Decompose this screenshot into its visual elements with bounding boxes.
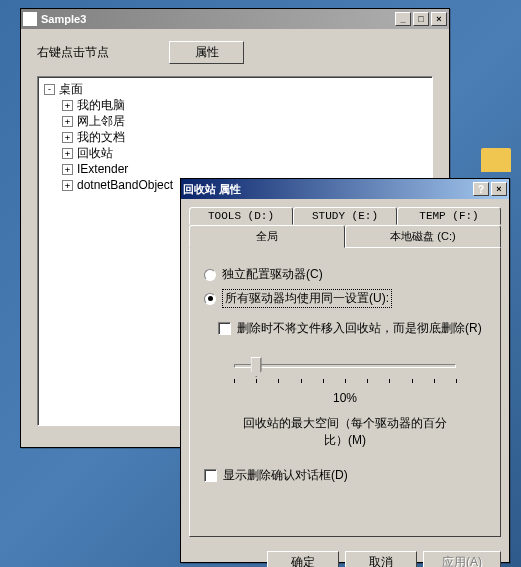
tree-label: 我的电脑 [77, 97, 125, 114]
slider-caption: 回收站的最大空间（每个驱动器的百分比）(M) [234, 415, 456, 449]
check-confirm-delete[interactable]: 显示删除确认对话框(D) [204, 467, 486, 484]
tree-label: IExtender [77, 162, 128, 176]
properties-dialog: 回收站 属性 ? × TOOLS (D:) STUDY (E:) TEMP (F… [180, 178, 510, 563]
expand-icon[interactable]: + [62, 116, 73, 127]
tree-node[interactable]: + 网上邻居 [42, 113, 428, 129]
titlebar[interactable]: 回收站 属性 ? × [181, 179, 509, 199]
expand-icon[interactable]: + [62, 148, 73, 159]
tree-label: 我的文档 [77, 129, 125, 146]
instruction-label: 右键点击节点 [37, 44, 109, 61]
tab-tools-d[interactable]: TOOLS (D:) [189, 207, 293, 225]
properties-button[interactable]: 属性 [169, 41, 244, 64]
slider-ticks [234, 379, 456, 385]
expand-icon[interactable]: + [62, 132, 73, 143]
radio-independent[interactable]: 独立配置驱动器(C) [204, 266, 486, 283]
slider-track[interactable] [234, 357, 456, 377]
collapse-icon[interactable]: - [44, 84, 55, 95]
app-icon: ▦ [23, 12, 37, 26]
close-button[interactable]: × [491, 182, 507, 196]
tree-label: 回收站 [77, 145, 113, 162]
checkbox-icon[interactable] [218, 322, 231, 335]
checkbox-label: 显示删除确认对话框(D) [223, 467, 348, 484]
tree-label: 桌面 [59, 81, 83, 98]
cancel-button[interactable]: 取消 [345, 551, 417, 567]
slider-value-label: 10% [234, 391, 456, 405]
help-button[interactable]: ? [473, 182, 489, 196]
checkbox-label: 删除时不将文件移入回收站，而是彻底删除(R) [237, 320, 482, 337]
tree-node[interactable]: + 回收站 [42, 145, 428, 161]
size-slider: 10% 回收站的最大空间（每个驱动器的百分比）(M) [234, 357, 456, 449]
tab-local-c[interactable]: 本地磁盘 (C:) [345, 225, 501, 248]
ok-button[interactable]: 确定 [267, 551, 339, 567]
checkbox-icon[interactable] [204, 469, 217, 482]
maximize-button[interactable]: □ [413, 12, 429, 26]
tree-node[interactable]: + IExtender [42, 161, 428, 177]
tree-root[interactable]: - 桌面 [42, 81, 428, 97]
radio-icon[interactable] [204, 269, 216, 281]
tab-panel-global: 独立配置驱动器(C) 所有驱动器均使用同一设置(U): 删除时不将文件移入回收站… [189, 247, 501, 537]
dialog-title: 回收站 属性 [183, 182, 473, 197]
tab-study-e[interactable]: STUDY (E:) [293, 207, 397, 225]
tree-label: 网上邻居 [77, 113, 125, 130]
check-permanent-delete[interactable]: 删除时不将文件移入回收站，而是彻底删除(R) [218, 320, 486, 337]
radio-label: 所有驱动器均使用同一设置(U): [222, 289, 392, 308]
titlebar[interactable]: ▦ Sample3 _ □ × [21, 9, 449, 29]
minimize-button[interactable]: _ [395, 12, 411, 26]
tab-strip: TOOLS (D:) STUDY (E:) TEMP (F:) 全局 本地磁盘 … [189, 207, 501, 248]
radio-unified[interactable]: 所有驱动器均使用同一设置(U): [204, 289, 486, 308]
radio-label: 独立配置驱动器(C) [222, 266, 323, 283]
expand-icon[interactable]: + [62, 180, 73, 191]
window-title: Sample3 [41, 13, 393, 25]
tree-node[interactable]: + 我的电脑 [42, 97, 428, 113]
slider-thumb[interactable] [251, 357, 262, 377]
expand-icon[interactable]: + [62, 164, 73, 175]
close-button[interactable]: × [431, 12, 447, 26]
radio-icon[interactable] [204, 293, 216, 305]
expand-icon[interactable]: + [62, 100, 73, 111]
dialog-button-bar: 确定 取消 应用(A) [181, 545, 509, 567]
tree-label: dotnetBandObject [77, 178, 173, 192]
tree-node[interactable]: + 我的文档 [42, 129, 428, 145]
tab-temp-f[interactable]: TEMP (F:) [397, 207, 501, 225]
tab-global[interactable]: 全局 [189, 225, 345, 248]
apply-button[interactable]: 应用(A) [423, 551, 501, 567]
